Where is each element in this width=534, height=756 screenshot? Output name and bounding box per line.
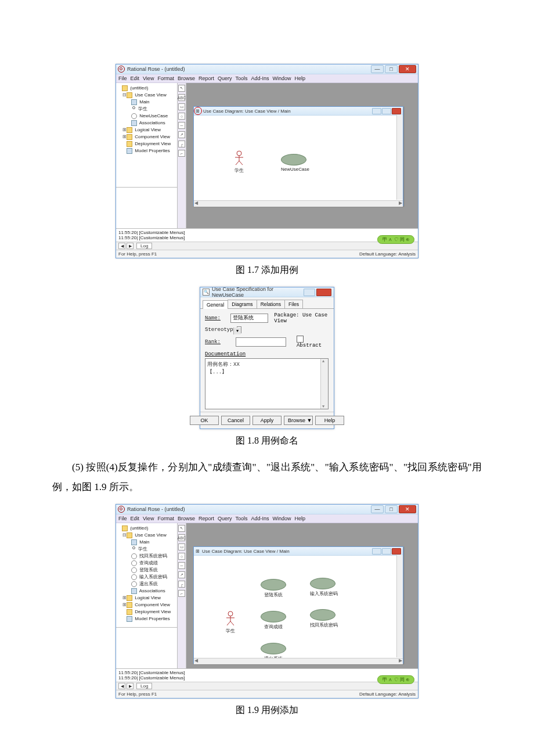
horizontal-scrollbar[interactable]: [194, 200, 403, 207]
tree-item[interactable]: 学生: [118, 106, 175, 113]
help-button[interactable]: Help: [315, 416, 344, 425]
tool-button[interactable]: ↗: [178, 571, 185, 578]
close-button[interactable]: ✕: [399, 65, 416, 73]
tree-item[interactable]: Associations: [118, 588, 175, 595]
menu-help[interactable]: Help: [295, 75, 306, 81]
horizontal-scrollbar[interactable]: [194, 658, 403, 664]
tool-button[interactable]: ─: [178, 562, 185, 569]
rank-input[interactable]: [236, 337, 286, 347]
apply-button[interactable]: Apply: [252, 416, 282, 425]
menu-browse[interactable]: Browse: [178, 516, 195, 521]
maximize-button[interactable]: □: [385, 65, 398, 73]
documentation-textarea[interactable]: 用例名称：XX 【...】: [205, 358, 329, 409]
log-tab-next[interactable]: ▶: [127, 243, 134, 249]
ok-button[interactable]: OK: [190, 416, 219, 425]
tool-button[interactable]: ⌐: [178, 590, 185, 597]
tree-item[interactable]: 查询成绩: [118, 560, 175, 567]
abstract-checkbox[interactable]: Abstract: [297, 336, 329, 348]
use-case[interactable]: NewUseCase: [281, 154, 309, 172]
tree-item[interactable]: NewUseCase: [118, 113, 175, 120]
tree-item[interactable]: Deployment View: [118, 141, 175, 147]
tree-item[interactable]: Model Properties: [118, 615, 175, 622]
tab-files[interactable]: Files: [284, 300, 303, 308]
use-case[interactable]: 找回系统密码: [310, 609, 338, 628]
menu-query[interactable]: Query: [218, 516, 232, 521]
log-tab-next[interactable]: ▶: [127, 683, 134, 689]
menu-file[interactable]: File: [118, 516, 127, 521]
close-button[interactable]: ✕: [399, 505, 416, 513]
tool-button[interactable]: ○: [178, 113, 185, 120]
log-tab-bar[interactable]: ◀ ▶ Log: [116, 682, 418, 690]
menu-format[interactable]: Format: [157, 516, 174, 521]
chevron-down-icon[interactable]: ▼: [233, 327, 241, 334]
dialog-titlebar[interactable]: 🔍 Use Case Specification for NewUseCase: [200, 287, 334, 297]
menu-add-ins[interactable]: Add-Ins: [251, 75, 269, 81]
menu-view[interactable]: View: [143, 75, 154, 81]
tool-button[interactable]: ┌: [178, 581, 185, 588]
log-tab[interactable]: Log: [136, 683, 152, 689]
tree-item[interactable]: Associations: [118, 120, 175, 127]
vertical-scrollbar[interactable]: [396, 555, 403, 657]
minimize-button[interactable]: —: [371, 65, 384, 73]
tool-button[interactable]: ABC: [178, 534, 185, 541]
tab-diagrams[interactable]: Diagrams: [228, 300, 257, 308]
tool-button[interactable]: ┌: [178, 141, 185, 147]
tree-item[interactable]: (untitled): [118, 525, 175, 532]
diagram-titlebar[interactable]: ⊞ Use Case Diagram: Use Case View / Main: [194, 107, 403, 116]
menu-help[interactable]: Help: [295, 516, 306, 521]
ime-badge[interactable]: 甲 ∧ ♡ 同 ⊕: [377, 235, 414, 244]
tree-item[interactable]: ⊟ Use Case View: [118, 92, 175, 99]
tree-item[interactable]: (untitled): [118, 85, 175, 92]
maximize-button[interactable]: □: [385, 505, 398, 513]
diagram-minimize-button[interactable]: [372, 108, 381, 114]
menu-window[interactable]: Window: [273, 516, 291, 521]
tool-button[interactable]: ─: [178, 122, 185, 129]
window-titlebar[interactable]: Rational Rose - (untitled) — □ ✕: [116, 505, 418, 514]
tree-item[interactable]: Main: [118, 539, 175, 546]
tab-relations[interactable]: Relations: [257, 300, 285, 308]
tool-button[interactable]: ABC: [178, 94, 185, 101]
tab-general[interactable]: General: [203, 300, 228, 309]
tree-item[interactable]: 登陆系统: [118, 567, 175, 574]
tree-item[interactable]: ⊞ Component View: [118, 602, 175, 609]
diagram-toolbox[interactable]: ↖ABC▭○─↗┌⌐: [178, 523, 186, 668]
menu-tools[interactable]: Tools: [235, 75, 247, 81]
tool-button[interactable]: ▭: [178, 543, 185, 550]
model-tree[interactable]: (untitled)⊟ Use Case View Main 学生 NewUse…: [116, 83, 177, 187]
dialog-tabs[interactable]: GeneralDiagramsRelationsFiles: [200, 297, 334, 308]
tool-button[interactable]: ↗: [178, 131, 185, 138]
menu-file[interactable]: File: [118, 75, 127, 81]
menu-report[interactable]: Report: [199, 516, 214, 521]
menu-view[interactable]: View: [143, 516, 154, 521]
diagram-canvas[interactable]: 学生NewUseCase: [194, 116, 403, 200]
menu-add-ins[interactable]: Add-Ins: [251, 516, 269, 521]
window-titlebar[interactable]: Rational Rose - (untitled) — □ ✕: [116, 64, 418, 74]
tool-button[interactable]: ↖: [178, 525, 185, 532]
menu-tools[interactable]: Tools: [235, 516, 247, 521]
tree-item[interactable]: Model Properties: [118, 147, 175, 154]
menu-browse[interactable]: Browse: [178, 75, 195, 81]
log-tab-prev[interactable]: ◀: [118, 683, 125, 689]
diagram-maximize-button[interactable]: [382, 548, 391, 555]
menu-edit[interactable]: Edit: [131, 75, 140, 81]
minimize-button[interactable]: —: [371, 505, 384, 513]
cancel-button[interactable]: Cancel: [221, 416, 250, 425]
menu-bar[interactable]: FileEditViewFormatBrowseReportQueryTools…: [116, 514, 418, 523]
log-tab-prev[interactable]: ◀: [118, 243, 125, 249]
menu-window[interactable]: Window: [273, 75, 291, 81]
vertical-scrollbar[interactable]: [320, 359, 328, 409]
browse--button[interactable]: Browse ▼: [284, 416, 313, 425]
diagram-toolbox[interactable]: ↖ABC▭○─↗┌⌐: [178, 83, 186, 228]
tree-item[interactable]: 输入系统密码: [118, 574, 175, 581]
dialog-close-button[interactable]: [316, 289, 331, 296]
ime-badge[interactable]: 甲 ∧ ♡ 同 ⊕: [377, 675, 414, 684]
actor[interactable]: 学生: [232, 150, 247, 174]
menu-bar[interactable]: FileEditViewFormatBrowseReportQueryTools…: [116, 74, 418, 83]
diagram-maximize-button[interactable]: [382, 108, 391, 114]
log-tab-bar[interactable]: ◀ ▶ Log: [116, 242, 418, 250]
tree-item[interactable]: ⊞ Component View: [118, 134, 175, 141]
tool-button[interactable]: ▭: [178, 103, 185, 110]
diagram-close-button[interactable]: [392, 548, 401, 555]
tree-item[interactable]: 退出系统: [118, 581, 175, 588]
menu-report[interactable]: Report: [199, 75, 214, 81]
